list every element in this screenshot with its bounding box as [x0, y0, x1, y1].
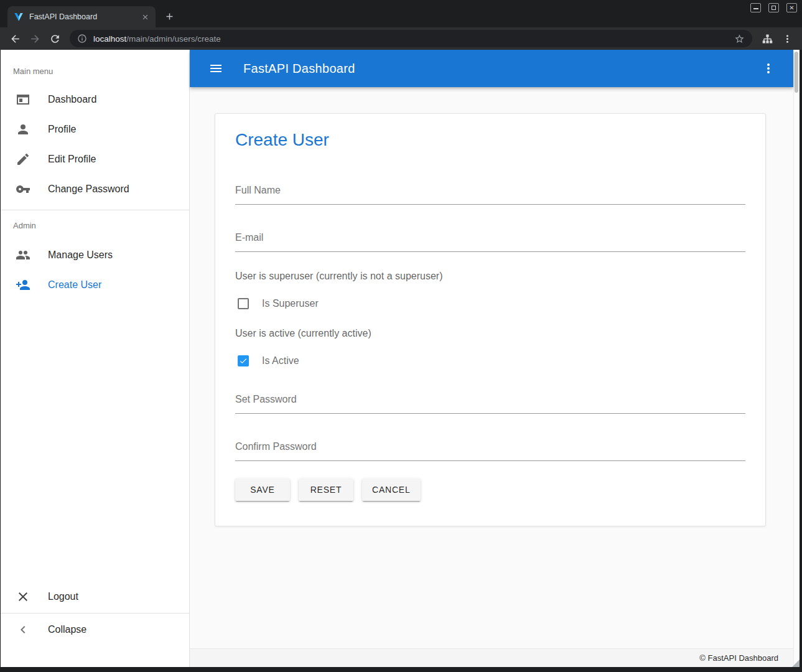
create-user-card: Create User User is superuser (currently… [215, 113, 766, 526]
browser-toolbar: localhost/main/admin/users/create [0, 27, 802, 50]
browser-window: FastAPI Dashboard ✕ localhost/ [0, 0, 802, 672]
set-password-input[interactable] [235, 394, 745, 413]
web-page: Main menu Dashboard Profile Edit Profile [0, 50, 802, 667]
sidebar-item-label: Collapse [48, 624, 86, 635]
scrollbar-corner [792, 660, 800, 667]
chevron-left-icon [16, 622, 30, 637]
page-footer: © FastAPI Dashboard [190, 648, 793, 667]
extension-sitemap-icon[interactable] [758, 29, 776, 48]
browser-menu-kebab-icon[interactable] [778, 29, 796, 48]
copyright-text: © FastAPI Dashboard [699, 653, 778, 663]
pencil-icon [16, 152, 30, 167]
sidebar: Main menu Dashboard Profile Edit Profile [1, 50, 190, 667]
tab-title: FastAPI Dashboard [29, 12, 139, 21]
sidebar-item-profile[interactable]: Profile [1, 114, 189, 144]
sidebar-item-label: Create User [48, 279, 101, 291]
content-area: Create User User is superuser (currently… [190, 87, 793, 648]
browser-tab[interactable]: FastAPI Dashboard [7, 6, 156, 27]
sidebar-item-change-password[interactable]: Change Password [1, 174, 189, 204]
sidebar-item-manage-users[interactable]: Manage Users [1, 240, 189, 270]
main-area: FastAPI Dashboard Create User User is su… [190, 50, 793, 667]
sidebar-item-dashboard[interactable]: Dashboard [1, 85, 189, 114]
maximize-button[interactable] [768, 3, 779, 12]
bookmark-star-icon[interactable] [734, 34, 745, 44]
is-active-label: Is Active [262, 355, 299, 366]
sidebar-section-main-menu: Main menu [1, 50, 189, 85]
superuser-hint: User is superuser (currently is not a su… [235, 271, 745, 282]
sidebar-item-label: Edit Profile [48, 154, 96, 165]
sidebar-item-create-user[interactable]: Create User [1, 270, 189, 300]
sidebar-item-label: Dashboard [48, 94, 96, 105]
scrollbar-thumb[interactable] [795, 52, 798, 93]
sidebar-section-admin: Admin [1, 210, 189, 240]
sidebar-item-label: Change Password [48, 184, 129, 195]
set-password-field[interactable] [235, 394, 745, 414]
window-bottom-frame [0, 667, 802, 672]
sidebar-item-label: Manage Users [48, 250, 113, 261]
email-input[interactable] [235, 232, 745, 251]
reset-button[interactable]: RESET [299, 478, 353, 501]
forward-button[interactable] [26, 29, 44, 48]
confirm-password-input[interactable] [235, 441, 745, 460]
is-superuser-checkbox-row[interactable]: Is Superuser [235, 298, 745, 309]
minimize-button[interactable] [750, 3, 761, 12]
is-active-checkbox[interactable] [238, 355, 249, 366]
logout-close-icon [16, 589, 30, 604]
appbar-kebab-icon[interactable] [757, 57, 780, 80]
person-add-icon [16, 278, 30, 292]
close-icon: ✕ [789, 5, 794, 11]
form-buttons: SAVE RESET CANCEL [235, 478, 745, 501]
key-icon [16, 182, 30, 197]
cancel-button[interactable]: CANCEL [362, 478, 421, 501]
active-hint: User is active (currently active) [235, 328, 745, 339]
email-field[interactable] [235, 232, 745, 252]
is-superuser-label: Is Superuser [262, 298, 319, 309]
appbar-title: FastAPI Dashboard [243, 62, 355, 76]
window-controls: ✕ [750, 3, 797, 12]
new-tab-button[interactable] [161, 7, 178, 25]
sidebar-item-logout[interactable]: Logout [1, 582, 189, 612]
back-button[interactable] [6, 29, 24, 48]
check-icon [239, 357, 248, 365]
is-active-checkbox-row[interactable]: Is Active [235, 355, 745, 366]
sidebar-spacer [1, 300, 189, 582]
sidebar-item-label: Logout [48, 591, 78, 602]
vuetify-favicon-icon [14, 12, 24, 22]
url-host: localhost [93, 34, 126, 44]
people-icon [16, 248, 30, 263]
full-name-field[interactable] [235, 185, 745, 205]
url-path: /main/admin/users/create [126, 34, 221, 44]
sidebar-item-edit-profile[interactable]: Edit Profile [1, 144, 189, 174]
close-window-button[interactable]: ✕ [786, 3, 797, 12]
save-button[interactable]: SAVE [235, 478, 290, 501]
page-scrollbar[interactable] [793, 50, 800, 667]
site-info-icon[interactable] [77, 34, 87, 44]
tab-close-icon[interactable] [139, 11, 151, 22]
tab-strip: FastAPI Dashboard ✕ [0, 0, 802, 27]
page-title: Create User [235, 130, 745, 150]
dashboard-icon [16, 92, 30, 107]
maximize-icon [772, 6, 776, 10]
reload-button[interactable] [45, 29, 64, 48]
url-text[interactable]: localhost/main/admin/users/create [93, 34, 734, 44]
sidebar-item-collapse[interactable]: Collapse [1, 615, 189, 645]
person-icon [16, 122, 30, 137]
app-bar: FastAPI Dashboard [190, 50, 793, 87]
is-superuser-checkbox[interactable] [238, 298, 249, 309]
address-bar[interactable]: localhost/main/admin/users/create [70, 30, 752, 47]
sidebar-divider [1, 613, 189, 614]
hamburger-menu-icon[interactable] [205, 57, 227, 80]
sidebar-item-label: Profile [48, 124, 76, 135]
full-name-input[interactable] [235, 185, 745, 204]
confirm-password-field[interactable] [235, 441, 745, 461]
minimize-icon [753, 6, 758, 9]
